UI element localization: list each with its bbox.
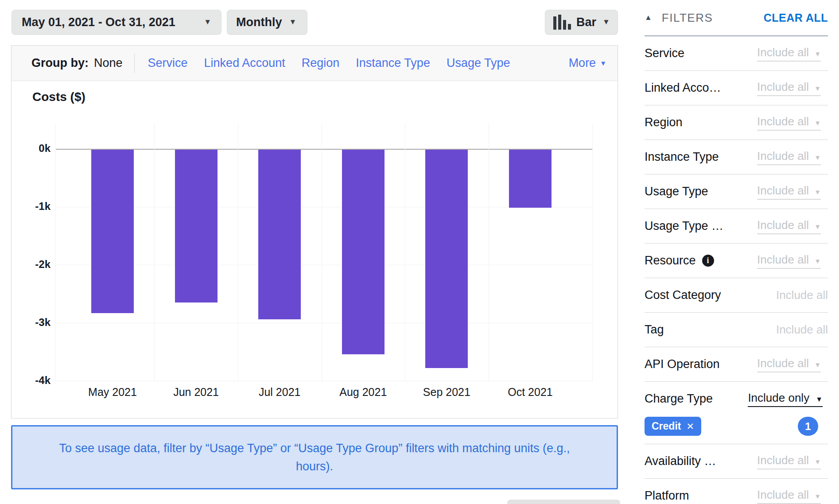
caret-down-icon: ▼ (814, 188, 821, 196)
group-by-current: None (94, 56, 123, 70)
filter-label: Region (645, 116, 683, 129)
caret-down-icon: ▼ (600, 59, 606, 67)
bar-May 2021[interactable] (91, 150, 134, 313)
filter-label: Usage Type (645, 185, 708, 198)
filter-row: Availability …Include all▼ (645, 444, 828, 479)
chip-label: Credit (652, 420, 681, 432)
filter-label: Resourcei (645, 254, 714, 268)
bar-chart-icon (553, 15, 571, 30)
caret-down-icon: ▼ (814, 492, 821, 500)
group-by-bar: Group by: None ServiceLinked AccountRegi… (12, 46, 618, 81)
gridline (154, 124, 155, 381)
gridline (322, 124, 322, 381)
chart-card: Group by: None ServiceLinked AccountRegi… (11, 45, 618, 419)
group-by-option[interactable]: Region (302, 56, 340, 70)
bar-Jun 2021[interactable] (175, 150, 218, 302)
bar-Jul 2021[interactable] (258, 150, 301, 319)
x-axis-label: Sep 2021 (398, 386, 495, 399)
group-by-option[interactable]: Usage Type (447, 56, 510, 70)
bar-Aug 2021[interactable] (342, 150, 385, 354)
filter-label: Availability … (645, 454, 716, 468)
date-range-button[interactable]: May 01, 2021 - Oct 31, 2021 ▼ (12, 10, 221, 35)
divider (134, 54, 135, 73)
filter-dropdown[interactable]: Include all▼ (757, 253, 821, 269)
granularity-button[interactable]: Monthly ▼ (227, 10, 307, 35)
filters-title: FILTERS (662, 11, 713, 25)
filter-row: PlatformInclude all▼ (645, 479, 828, 504)
filter-dropdown[interactable]: Include all▼ (757, 488, 821, 504)
group-by-option[interactable]: Instance Type (356, 56, 430, 70)
x-axis-label: Oct 2021 (482, 386, 579, 399)
more-label: More (569, 56, 596, 70)
filter-dropdown[interactable]: Include all (776, 323, 828, 337)
filter-row: Usage Type …Include all▼ (645, 209, 828, 244)
filter-dropdown[interactable]: Include all▼ (757, 184, 821, 200)
group-by-label: Group by: (31, 56, 89, 70)
partial-bottom-bar (507, 500, 620, 504)
filter-dropdown[interactable]: Include only▼ (748, 391, 823, 407)
filter-row: API OperationInclude all▼ (645, 347, 828, 382)
y-axis-tick: 0k (12, 142, 50, 155)
bar-Sep 2021[interactable] (425, 150, 468, 368)
filter-label: API Operation (645, 357, 720, 371)
x-axis-label: Jun 2021 (148, 386, 245, 399)
gridline (55, 124, 56, 381)
filter-row: RegionInclude all▼ (645, 105, 828, 140)
gridline (55, 381, 593, 381)
filter-dropdown[interactable]: Include all▼ (757, 218, 821, 234)
filter-label: Linked Acco… (645, 81, 721, 95)
caret-down-icon: ▼ (204, 18, 211, 27)
filter-label: Instance Type (645, 150, 719, 164)
gridline (55, 323, 593, 323)
chip-remove-icon[interactable]: ✕ (686, 421, 694, 432)
bar-Oct 2021[interactable] (509, 150, 552, 208)
collapse-triangle-icon[interactable]: ▲ (645, 13, 652, 22)
filter-label: Usage Type … (645, 219, 723, 233)
info-icon[interactable]: i (702, 255, 714, 267)
chart-type-button[interactable]: Bar ▼ (545, 10, 618, 35)
filter-label: Service (645, 47, 684, 60)
filter-label: Charge Type (645, 392, 713, 406)
filter-row: Instance TypeInclude all▼ (645, 140, 828, 174)
chart-title: Costs ($) (32, 90, 85, 104)
usage-banner-line1: To see usage data, filter by “Usage Type… (59, 439, 570, 457)
filter-dropdown[interactable]: Include all (776, 288, 828, 302)
group-by-option[interactable]: Service (148, 56, 188, 70)
x-axis-label: May 2021 (64, 386, 161, 399)
filter-label: Cost Category (645, 288, 721, 302)
caret-down-icon: ▼ (814, 223, 821, 230)
credit-chip[interactable]: Credit✕ (645, 417, 701, 436)
caret-down-icon: ▼ (816, 395, 823, 403)
filter-dropdown[interactable]: Include all▼ (757, 357, 821, 372)
group-by-options: ServiceLinked AccountRegionInstance Type… (148, 56, 510, 70)
caret-down-icon: ▼ (814, 257, 821, 265)
gridline (405, 124, 405, 381)
filter-dropdown[interactable]: Include all▼ (757, 115, 821, 131)
chart-type-label: Bar (576, 16, 596, 29)
y-axis: 0k-1k-2k-3k-4k (12, 124, 50, 398)
cost-chart-plot (55, 124, 593, 381)
filter-dropdown[interactable]: Include all▼ (757, 80, 821, 96)
caret-down-icon: ▼ (602, 18, 610, 27)
clear-all-button[interactable]: CLEAR ALL (764, 12, 828, 24)
x-axis: May 2021Jun 2021Jul 2021Aug 2021Sep 2021… (55, 386, 593, 405)
filter-dropdown[interactable]: Include all▼ (757, 46, 821, 62)
filters-panel: ▲ FILTERS CLEAR ALL ServiceInclude all▼L… (645, 0, 828, 504)
filter-dropdown[interactable]: Include all▼ (757, 454, 821, 469)
caret-down-icon: ▼ (814, 119, 821, 127)
group-by-option[interactable]: Linked Account (204, 56, 285, 70)
y-axis-tick: -2k (12, 258, 50, 271)
usage-banner: To see usage data, filter by “Usage Type… (11, 425, 618, 489)
group-by-more-menu[interactable]: More ▼ (569, 56, 606, 70)
filter-label: Tag (645, 323, 664, 337)
filter-row: TagInclude all (645, 313, 828, 347)
date-range-label: May 01, 2021 - Oct 31, 2021 (22, 16, 175, 29)
gridline (238, 124, 238, 381)
y-axis-tick: -4k (12, 374, 50, 387)
caret-down-icon: ▼ (814, 50, 821, 58)
caret-down-icon: ▼ (814, 85, 821, 92)
filter-dropdown[interactable]: Include all▼ (757, 149, 821, 165)
usage-banner-line2: hours). (296, 457, 333, 476)
y-axis-tick: -3k (12, 316, 50, 329)
caret-down-icon: ▼ (814, 458, 821, 465)
